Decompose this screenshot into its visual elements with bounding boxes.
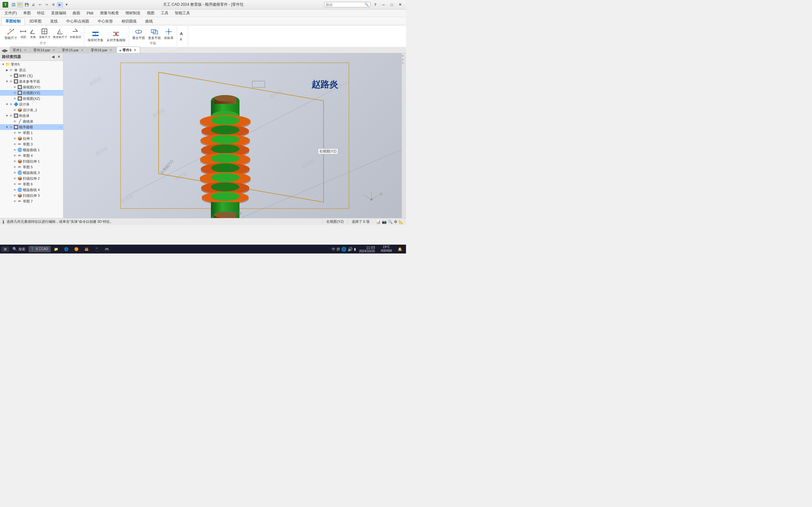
btn-smart-dim[interactable]: 尺 智能尺寸 — [3, 26, 18, 41]
tree-node-material[interactable]: 👁🔲材料 (无) — [0, 73, 63, 78]
save-btn[interactable]: 💾 — [23, 2, 30, 8]
rp-btn-3[interactable]: ▷ — [402, 61, 406, 64]
menu-pmi[interactable]: PMI — [84, 10, 96, 16]
status-icon-4[interactable]: ⚙ — [394, 220, 397, 224]
prev-tab-btn[interactable]: ◀ — [1, 48, 5, 53]
status-icon-3[interactable]: 🔍 — [388, 220, 393, 224]
tree-node-sketch5[interactable]: 👁✏草图 5 — [0, 164, 63, 170]
tab-part16-close[interactable]: ✕ — [109, 48, 113, 53]
btn-coord-dim[interactable]: 坐标尺寸 — [38, 28, 51, 40]
eye-icon-sequential[interactable]: 👁 — [9, 125, 13, 129]
weather-widget[interactable]: 19°C 局部晴朗 — [378, 245, 395, 253]
path-search[interactable]: 🔍 — [324, 2, 370, 7]
tree-node-xz[interactable]: 👁🔲前视图(XZ) — [0, 96, 63, 101]
tree-node-yz[interactable]: 👁🔲右视图(YZ) — [0, 90, 63, 96]
eye-icon-extrude1[interactable]: 👁 — [13, 136, 17, 141]
btn-angle[interactable]: 夹角 — [29, 28, 38, 40]
next-tab-btn[interactable]: ▶ — [5, 48, 8, 53]
tree-node-sketch6[interactable]: 👁✏草图 6 — [0, 181, 63, 187]
eye-icon-sketch3[interactable]: 👁 — [13, 142, 17, 147]
tree-node-helix3[interactable]: 👁🌀螺旋曲线 3 — [0, 170, 63, 176]
restore-btn[interactable]: □ — [388, 2, 395, 8]
tab-part15[interactable]: 零件15.par ✕ — [59, 47, 87, 53]
eye-icon-design[interactable]: 👁 — [9, 102, 13, 107]
search-input[interactable] — [326, 3, 364, 7]
status-icon-5[interactable]: 📐 — [399, 220, 403, 224]
tree-node-wirebody[interactable]: 👁╱曲线体 — [0, 118, 63, 124]
taskbar-app3[interactable]: 📱 — [92, 246, 101, 252]
taskbar-datetime[interactable]: 11:03 2024/10/26 — [357, 245, 377, 253]
sidebar-close-btn[interactable]: ✕ — [56, 55, 61, 60]
taskbar-browser[interactable]: 🌐 — [61, 246, 71, 252]
tree-node-sketch4[interactable]: 👁✏草图 4 — [0, 153, 63, 158]
redo-btn[interactable]: ↪ — [44, 2, 50, 8]
taskbar-app4[interactable]: 🎮 — [102, 246, 112, 252]
btn-keep-align[interactable]: 保持对齐集 — [86, 29, 105, 43]
menu-singleview[interactable]: 单图 — [20, 10, 34, 16]
tree-node-sketch7[interactable]: 👁✏草图 7 — [0, 199, 63, 204]
tree-node-design[interactable]: ▼👁🔷设计体 — [0, 101, 63, 107]
sequential-options[interactable]: ⋯ — [59, 125, 62, 129]
sidebar-collapse-btn[interactable]: ◀ — [50, 55, 55, 60]
status-icon-2[interactable]: 📷 — [382, 220, 387, 224]
btn-sym-diameter[interactable]: 对称直径 — [69, 28, 82, 40]
eye-icon-helix4[interactable]: 👁 — [13, 187, 17, 192]
tree-node-design1[interactable]: 👁📦设计体_1 — [0, 107, 63, 113]
tab-curve[interactable]: 曲线 — [141, 18, 157, 25]
tree-toggle-baseplanes[interactable]: ▼ — [5, 79, 9, 83]
btn-angular-coord[interactable]: ∠ 角坐标尺寸 — [52, 28, 68, 40]
tab-part16[interactable]: 零件16.par ✕ — [88, 47, 116, 53]
tray-keyboard[interactable]: 拼 — [337, 247, 340, 251]
tree-node-origin[interactable]: ▶👁⊕原点 — [0, 67, 63, 73]
eye-icon-construct[interactable]: 👁 — [9, 113, 13, 118]
tree-node-sketch3[interactable]: 👁✏草图 3 — [0, 141, 63, 147]
tab-part5[interactable]: ● 零件5 ✕ — [116, 47, 140, 53]
btn-coincident-plane[interactable]: 重合平面 — [131, 26, 146, 41]
eye-icon-sketch6[interactable]: 👁 — [13, 182, 17, 186]
taskbar-cad[interactable]: T 天工CAD — [29, 246, 51, 252]
tree-node-baseplanes[interactable]: ▼👁🔲基本参考平面 — [0, 78, 63, 84]
tree-toggle-sequential[interactable]: ▼ — [5, 125, 9, 129]
eye-icon-sketch5[interactable]: 👁 — [13, 165, 17, 169]
eye-icon-sweep1[interactable]: 👁 — [13, 159, 17, 164]
eye-icon-sweep2[interactable]: 👁 — [13, 176, 17, 181]
open-btn[interactable]: 📂 — [17, 2, 23, 8]
rp-btn-2[interactable]: ▷ — [402, 58, 406, 61]
eye-icon-sweep3[interactable]: 👁 — [13, 193, 17, 198]
tree-node-extrude1[interactable]: 👁📦拉伸 1 — [0, 135, 63, 141]
tab-sketch[interactable]: 草图绘制 — [1, 18, 25, 25]
eye-icon-origin[interactable]: 👁 — [9, 68, 13, 72]
eye-icon-baseplanes[interactable]: 👁 — [9, 79, 13, 83]
tray-network[interactable]: 🌐 — [341, 247, 346, 251]
tree-toggle-origin[interactable]: ▶ — [5, 68, 9, 72]
tab-part14-close[interactable]: ✕ — [51, 48, 56, 53]
tray-lang[interactable]: 中 — [332, 247, 335, 251]
eye-icon-sketch4[interactable]: 👁 — [13, 153, 17, 158]
tab-line[interactable]: 直线 — [46, 18, 62, 25]
taskbar-app1[interactable]: 🟠 — [72, 246, 81, 252]
close-btn[interactable]: ✕ — [397, 2, 403, 8]
tree-node-sweep2[interactable]: 👁📦扫描拉伸 2 — [0, 176, 63, 181]
tree-node-helix4[interactable]: 👁🌀螺旋曲线 4 — [0, 187, 63, 193]
tree-node-helix1[interactable]: 👁🌀螺旋曲线 1 — [0, 147, 63, 153]
rp-btn-1[interactable]: ≡ — [402, 55, 406, 57]
tree-node-sequential[interactable]: ▼👁🔲顺序建模⋯ — [0, 124, 63, 130]
status-icon-1[interactable]: 📊 — [376, 220, 380, 224]
tab-part5-close[interactable]: ✕ — [133, 48, 137, 53]
taskbar-explorer[interactable]: 📁 — [51, 246, 61, 252]
tab-part1[interactable]: 零件1 ✕ — [10, 47, 30, 53]
tree-toggle-root[interactable]: ▼ — [1, 62, 5, 66]
eye-icon-wirebody[interactable]: 👁 — [13, 119, 17, 124]
minimize-btn[interactable]: ─ — [380, 2, 387, 8]
tab-part1-close[interactable]: ✕ — [23, 48, 27, 53]
eye-icon-helix1[interactable]: 👁 — [13, 148, 17, 152]
menu-measure[interactable]: 测量与检查 — [97, 10, 122, 16]
viewport[interactable]: 教育版 教育版 教育版 教育版 教育版 教育版 教育版 教育版 右视图(YZ) … — [63, 53, 402, 218]
tree-node-sweep3[interactable]: 👁📦扫描拉伸 3 — [0, 193, 63, 199]
tab-circle[interactable]: 中心和点画圆 — [62, 18, 93, 25]
tree-toggle-construct[interactable]: ▼ — [5, 114, 9, 118]
btn-remove-align[interactable]: 从对齐集移除 — [105, 29, 127, 43]
btn-coordinate[interactable]: 坐标系 — [163, 26, 175, 41]
tree-node-sketch1[interactable]: 👁✏草图 1 — [0, 130, 63, 135]
tree-node-construct[interactable]: ▼👁🔲构造体 — [0, 113, 63, 118]
